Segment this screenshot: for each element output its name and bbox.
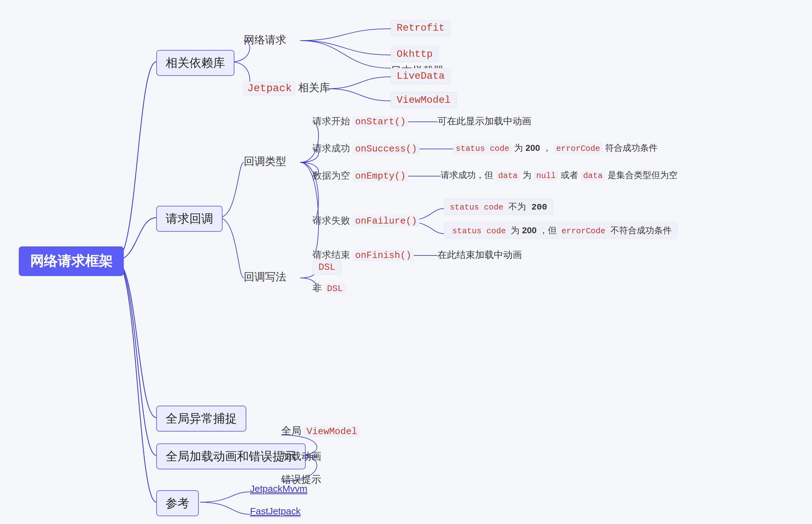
l1-request-callback: 请求回调 [156,206,223,232]
node-okhttp: Okhttp [391,46,439,62]
node-onfinish: 请求结束 onFinish() [313,249,414,261]
node-onfailure: 请求失败 onFailure() [313,214,419,227]
node-fastjetpack: FastJetpack [250,506,301,517]
desc-onsuccess: status code 为 200 ， errorCode 符合成功条件 [453,142,658,154]
node-livedata: LiveData [391,68,451,84]
node-global-viewmodel: 全局 ViewModel [281,424,360,438]
l1-reference: 参考 [156,490,199,516]
desc-onstart: 可在此显示加载中动画 [437,115,531,128]
l2-callback-type: 回调类型 [244,154,286,169]
node-onstart: 请求开始 onStart() [313,115,408,128]
node-onsuccess: 请求成功 onSuccess() [313,142,419,155]
node-viewmodel: ViewModel [391,92,457,108]
node-retrofit: Retrofit [391,20,451,36]
l1-global-exception: 全局异常捕捉 [156,406,246,431]
l2-network-request: 网络请求 [244,33,286,47]
mindmap-container: 网络请求框架 相关依赖库 网络请求 Retrofit Okhttp 日志拦截器 … [0,0,812,524]
sub-status-not200: status code 不为 200 [444,199,553,215]
l2-callback-write: 回调写法 [244,270,286,284]
l1-related-libs: 相关依赖库 [156,50,235,76]
node-jetpackmvvm: JetpackMvvm [250,484,307,494]
node-loading-anim: 加载动画 [281,450,321,463]
root-node: 网络请求框架 [19,246,124,276]
node-nondsl: 非 DSL [313,282,345,294]
node-dsl: DSL [313,260,341,275]
desc-onempty: 请求成功，但 data 为 null 或者 data 是集合类型但为空 [441,169,678,181]
node-onempty: 数据为空 onEmpty() [313,169,408,182]
l2-jetpack: Jetpack 相关库 [244,81,330,95]
sub-status-200-error: status code 为 200 ，但 errorCode 不符合成功条件 [444,222,678,239]
desc-onfinish: 在此结束加载中动画 [437,249,522,261]
